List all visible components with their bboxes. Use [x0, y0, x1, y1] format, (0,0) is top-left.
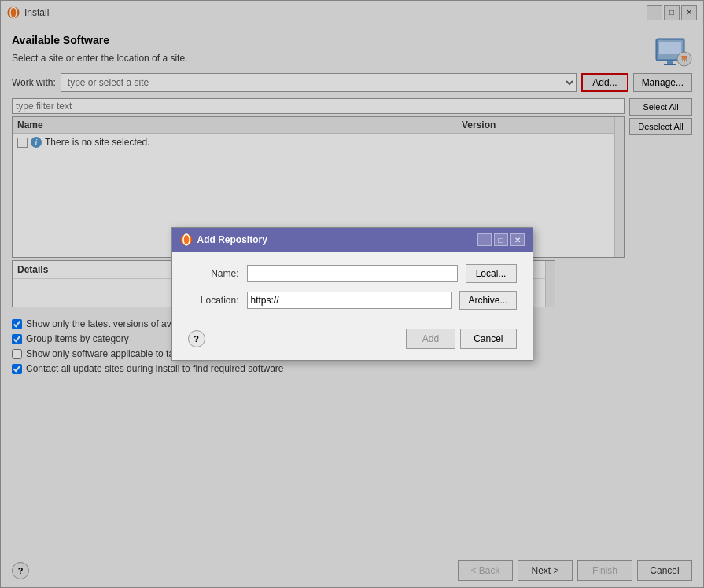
archive-button[interactable]: Archive...: [459, 291, 516, 310]
modal-overlay: Add Repository — □ ✕ Name: Local... Loca…: [0, 0, 704, 588]
modal-maximize-button[interactable]: □: [494, 233, 508, 246]
modal-add-button[interactable]: Add: [406, 329, 455, 349]
modal-action-buttons: Add Cancel: [406, 329, 517, 349]
modal-title-icon: [180, 233, 193, 246]
modal-close-button[interactable]: ✕: [510, 233, 525, 246]
modal-name-input[interactable]: [247, 265, 458, 282]
modal-content: Name: Local... Location: Archive...: [172, 252, 533, 322]
modal-title-controls: — □ ✕: [477, 233, 525, 246]
modal-name-row: Name: Local...: [188, 264, 517, 283]
modal-title-left: Add Repository: [180, 233, 267, 246]
modal-location-input[interactable]: [247, 292, 452, 309]
modal-cancel-button[interactable]: Cancel: [460, 329, 516, 349]
svg-point-11: [181, 234, 192, 245]
add-repository-dialog: Add Repository — □ ✕ Name: Local... Loca…: [171, 227, 533, 361]
modal-location-label: Location:: [188, 295, 239, 306]
modal-name-label: Name:: [188, 268, 239, 279]
modal-minimize-button[interactable]: —: [477, 233, 492, 246]
local-button[interactable]: Local...: [466, 264, 517, 283]
modal-title-text: Add Repository: [197, 234, 267, 245]
modal-help-button[interactable]: ?: [188, 330, 205, 347]
modal-location-row: Location: Archive...: [188, 291, 517, 310]
modal-bottom: ? Add Cancel: [172, 322, 533, 360]
modal-title-bar: Add Repository — □ ✕: [172, 228, 533, 252]
